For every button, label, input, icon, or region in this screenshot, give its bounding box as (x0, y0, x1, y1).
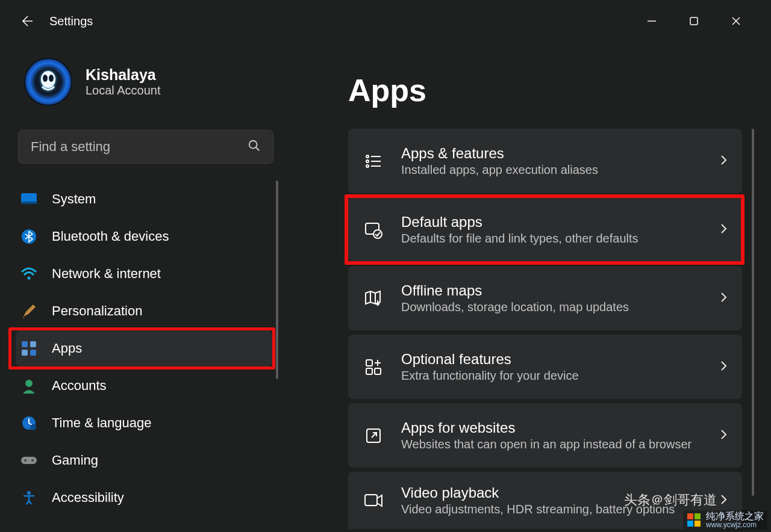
search-input[interactable] (31, 139, 248, 155)
card-apps-for-websites[interactable]: Apps for websites Websites that can open… (348, 403, 742, 468)
card-title: Optional features (401, 351, 702, 368)
svg-point-5 (43, 75, 48, 82)
watermark-overlay: 纯净系统之家 www.ycwjz.com (683, 510, 767, 530)
card-default-apps[interactable]: Default apps Defaults for file and link … (348, 197, 742, 262)
sidebar-item-personalization[interactable]: Personalization (16, 293, 272, 329)
svg-point-7 (249, 141, 257, 149)
card-title: Offline maps (401, 282, 702, 299)
svg-rect-33 (366, 368, 372, 374)
svg-rect-14 (30, 341, 36, 347)
profile-subtitle: Local Account (86, 84, 161, 97)
list-icon (361, 149, 386, 173)
sidebar-item-label: Apps (52, 341, 82, 356)
main-content: Apps Apps & features Installed apps, app… (289, 42, 771, 532)
sidebar-scrollbar[interactable] (276, 181, 278, 379)
sidebar: Kishalaya Local Account System (0, 42, 289, 532)
sidebar-item-bluetooth[interactable]: Bluetooth & devices (16, 218, 272, 255)
sidebar-item-label: Accessibility (52, 490, 124, 506)
card-title: Apps & features (401, 145, 702, 162)
app-title: Settings (49, 14, 93, 28)
svg-line-8 (256, 147, 260, 151)
chevron-right-icon (718, 429, 729, 442)
card-optional-features[interactable]: Optional features Extra functionality fo… (348, 335, 742, 399)
svg-point-28 (366, 165, 369, 167)
svg-point-17 (25, 380, 33, 387)
chevron-right-icon (718, 155, 729, 168)
clock-globe-icon (19, 413, 39, 433)
sidebar-item-label: Bluetooth & devices (52, 229, 169, 244)
svg-point-24 (366, 155, 369, 158)
card-offline-maps[interactable]: Offline maps Downloads, storage location… (348, 266, 742, 330)
svg-rect-34 (375, 368, 381, 374)
sidebar-nav: System Bluetooth & devices Network & int… (16, 181, 278, 516)
avatar (24, 58, 72, 106)
svg-rect-1 (690, 17, 698, 25)
svg-rect-15 (22, 350, 28, 356)
svg-rect-37 (687, 513, 693, 519)
search-box[interactable] (18, 130, 273, 164)
svg-point-21 (24, 459, 27, 462)
sidebar-item-gaming[interactable]: Gaming (16, 442, 272, 478)
sidebar-item-network[interactable]: Network & internet (16, 256, 272, 292)
svg-point-22 (31, 459, 34, 462)
titlebar: Settings (0, 0, 771, 42)
card-apps-features[interactable]: Apps & features Installed apps, app exec… (348, 129, 742, 193)
chevron-right-icon (718, 360, 729, 374)
sidebar-item-system[interactable]: System (16, 181, 272, 217)
settings-cards: Apps & features Installed apps, app exec… (348, 129, 759, 529)
card-subtitle: Extra functionality for your device (401, 369, 702, 383)
svg-point-26 (366, 160, 369, 162)
minimize-button[interactable] (640, 9, 664, 33)
chevron-right-icon (718, 223, 729, 237)
sidebar-item-label: Time & language (52, 415, 152, 431)
video-icon (361, 489, 386, 513)
main-scrollbar[interactable] (752, 129, 754, 496)
sidebar-item-accounts[interactable]: Accounts (16, 368, 272, 404)
svg-rect-38 (695, 513, 701, 519)
svg-point-6 (49, 75, 54, 82)
default-apps-icon (361, 218, 386, 242)
search-icon (248, 139, 261, 155)
person-icon (19, 376, 39, 395)
windows-logo-icon (687, 513, 701, 527)
grid-plus-icon (361, 355, 386, 379)
card-subtitle: Defaults for file and link types, other … (401, 232, 702, 246)
svg-rect-36 (365, 495, 377, 506)
svg-point-19 (30, 424, 36, 430)
card-subtitle: Downloads, storage location, map updates (401, 300, 702, 314)
watermark-url: www.ycwjz.com (706, 521, 764, 528)
watermark-overlay-top: 头条＠剑哥有道 (624, 491, 717, 509)
sidebar-item-time-language[interactable]: Time & language (16, 405, 272, 441)
page-title: Apps (348, 72, 759, 108)
maximize-button[interactable] (682, 9, 706, 33)
wifi-icon (19, 264, 39, 283)
sidebar-item-accessibility[interactable]: Accessibility (16, 480, 272, 516)
map-download-icon (361, 286, 386, 311)
svg-point-31 (373, 230, 382, 238)
svg-point-23 (27, 491, 31, 495)
svg-rect-32 (366, 360, 372, 366)
profile-block[interactable]: Kishalaya Local Account (16, 54, 278, 118)
sidebar-item-label: Accounts (52, 378, 107, 394)
gamepad-icon (19, 451, 39, 470)
card-title: Apps for websites (401, 419, 702, 436)
svg-rect-40 (695, 521, 701, 527)
profile-name: Kishalaya (86, 66, 161, 84)
sidebar-item-label: Gaming (52, 453, 98, 468)
svg-rect-10 (21, 202, 37, 204)
back-button[interactable] (14, 9, 39, 33)
system-icon (19, 190, 39, 209)
close-button[interactable] (724, 9, 748, 33)
sidebar-item-label: Network & internet (52, 266, 161, 282)
bluetooth-icon (19, 227, 39, 246)
card-title: Default apps (401, 214, 702, 230)
annotation-highlight (8, 327, 275, 370)
svg-rect-16 (30, 350, 36, 356)
watermark-brand: 纯净系统之家 (706, 512, 764, 521)
sidebar-item-label: System (52, 191, 96, 207)
sidebar-item-apps[interactable]: Apps (16, 330, 272, 367)
card-subtitle: Websites that can open in an app instead… (401, 438, 702, 451)
card-subtitle: Installed apps, app execution aliases (401, 163, 702, 177)
window-controls (640, 9, 765, 33)
svg-rect-13 (22, 341, 28, 347)
